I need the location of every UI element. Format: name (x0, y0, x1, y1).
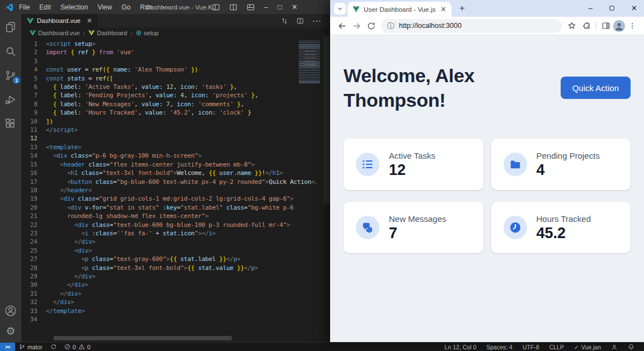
vertical-scrollbar[interactable] (323, 36, 330, 204)
window-close-button[interactable]: ✕ (292, 3, 298, 11)
git-branch-status[interactable]: mator (15, 344, 46, 350)
browser-tab-active[interactable]: User Dashboard - Vue.js ✕ (347, 2, 452, 17)
window-close-button[interactable]: ✕ (631, 4, 637, 12)
minimap[interactable] (297, 40, 322, 341)
indentation[interactable]: Spaces: 4 (481, 344, 518, 350)
open-changes-icon[interactable] (281, 17, 288, 25)
more-actions-icon[interactable]: ⋯ (312, 16, 321, 26)
window-maximize-button[interactable]: □ (278, 3, 282, 11)
remote-indicator[interactable]: >< (0, 343, 15, 351)
code-line[interactable]: 1<script setup> (21, 40, 316, 48)
code-area[interactable]: 1<script setup>2import { ref } from 'vue… (21, 40, 316, 334)
toggle-panel-icon[interactable] (229, 3, 237, 11)
code-line[interactable]: 3 (21, 57, 316, 65)
menu-selection[interactable]: Selection (60, 3, 88, 11)
quick-action-button[interactable]: Quick Action (561, 77, 631, 99)
code-line[interactable]: 24 </div> (21, 238, 316, 246)
code-line[interactable]: 20 <div v-for="stat in stats" :key="stat… (21, 203, 316, 212)
cursor-position[interactable]: Ln 12, Col 0 (440, 344, 482, 350)
code-line[interactable]: 17 <button class="bg-blue-600 text-white… (21, 178, 316, 186)
editor-tab-dashboard[interactable]: Dashboard.vue ✕ (21, 14, 98, 27)
code-line[interactable]: 25 <div> (21, 246, 316, 255)
breadcrumb-file[interactable]: Dashboard.vue (30, 30, 80, 36)
code-line[interactable]: 28 <p class="text-3xl font-bold">{{ stat… (21, 264, 316, 272)
account-icon[interactable] (4, 305, 17, 317)
eol-sequence[interactable]: CLLP (544, 344, 569, 350)
code-line[interactable]: 23 <i :class=''fas fa-' + stat.icon"></i… (21, 229, 316, 238)
settings-gear-icon[interactable]: ⚙ (6, 326, 15, 336)
tab-close-icon[interactable]: ✕ (440, 5, 446, 13)
code-line[interactable]: 31 </div> (21, 290, 316, 298)
code-text: </div> (46, 298, 74, 306)
code-line[interactable]: 5const stats = ref([ (21, 74, 316, 83)
split-editor-icon[interactable] (297, 17, 304, 25)
extensions-icon[interactable] (4, 117, 17, 130)
browser-menu-kebab-icon[interactable] (625, 18, 640, 33)
code-line[interactable]: 9 { label: 'Hours Tracked', value: '45.2… (21, 108, 316, 117)
run-debug-icon[interactable] (4, 93, 17, 106)
activity-bar: 1 ⚙ (0, 14, 21, 342)
code-text: const stats = ref([ (46, 74, 113, 83)
code-line[interactable]: 18 </header> (21, 186, 316, 195)
menu-edit[interactable]: Edit (39, 3, 51, 11)
breadcrumb-symbol[interactable]: setup (136, 30, 159, 36)
code-line[interactable]: 7 { label: 'Pending Projects', value: 4,… (21, 91, 316, 99)
address-bar[interactable]: ⓘ http://localhost:3000 (381, 19, 562, 33)
side-panel-icon[interactable] (599, 18, 613, 33)
language-mode[interactable]: ✓ Vue.jan (569, 344, 606, 350)
profile-avatar[interactable] (613, 20, 625, 32)
bell-icon[interactable] (623, 344, 640, 350)
code-line[interactable]: 15 <header class="flex items-center just… (21, 160, 316, 169)
window-minimize-button[interactable]: – (589, 4, 593, 12)
menu-file[interactable]: File (19, 3, 30, 11)
code-line[interactable]: 8 { label: 'New Messages', value: 7, ico… (21, 100, 316, 108)
code-line[interactable]: 11</script> (21, 126, 316, 134)
problems-status[interactable]: 0 0 (60, 344, 95, 350)
code-line[interactable]: 22 <div class="text-blue-600 bg-blue-100… (21, 221, 316, 229)
menu-go[interactable]: Go (121, 3, 130, 11)
window-maximize-button[interactable] (609, 5, 615, 11)
code-text: </div> (46, 281, 88, 289)
breadcrumb-component[interactable]: Dashboard (88, 30, 127, 36)
code-line[interactable]: 16 <h1 class="text-3xl font-bold">Welcom… (21, 169, 316, 177)
code-line[interactable]: 10]) (21, 117, 316, 126)
stat-label: Pending Projects (537, 151, 600, 160)
code-line[interactable]: 27 <p class="text-gray-600">{{ stat.labe… (21, 255, 316, 263)
code-line[interactable]: 19 <div class="grid grid-cols-1 md:grid-… (21, 195, 316, 203)
line-number: 14 (21, 151, 46, 160)
forward-icon[interactable] (349, 18, 364, 33)
source-control-icon[interactable]: 1 (4, 69, 17, 82)
customize-layout-icon[interactable] (247, 3, 255, 11)
encoding[interactable]: UTF-8 (518, 344, 544, 350)
window-minimize-button[interactable]: – (264, 3, 268, 11)
code-text: <p class="text-gray-600">{{ stat.label }… (46, 255, 241, 263)
new-tab-button[interactable]: + (456, 2, 468, 15)
back-icon[interactable] (335, 18, 349, 33)
extensions-puzzle-icon[interactable] (579, 18, 594, 33)
code-line[interactable]: 12 (21, 134, 316, 143)
feedback-icon[interactable] (606, 344, 623, 350)
code-line[interactable]: 32 </div> (21, 298, 316, 306)
code-line[interactable]: 4const user = ref({ name: 'Alex Thompson… (21, 65, 316, 74)
site-info-icon[interactable]: ⓘ (387, 22, 394, 30)
explorer-icon[interactable] (4, 21, 17, 34)
code-line[interactable]: 34 (21, 315, 316, 324)
reload-icon[interactable] (364, 18, 378, 33)
code-line[interactable]: 13<template> (21, 143, 316, 151)
window-title: Dashboard.vue - Vue.K... (146, 4, 218, 11)
toggle-sidebar-icon[interactable] (212, 3, 220, 11)
sync-status[interactable] (46, 344, 60, 350)
tab-close-icon[interactable]: ✕ (87, 17, 92, 25)
code-line[interactable]: 33</template> (21, 307, 316, 315)
search-icon[interactable] (4, 45, 17, 58)
menu-view[interactable]: View (97, 3, 112, 11)
horizontal-scrollbar[interactable] (54, 336, 232, 340)
code-line[interactable]: 29 </div> (21, 272, 316, 281)
code-line[interactable]: 14 <div class="p-6 bg-gray-100 min-h-scr… (21, 151, 316, 160)
tab-search-chevron-icon[interactable] (334, 3, 346, 15)
code-line[interactable]: 21 rounded-lg shadow-md flex items-cente… (21, 212, 316, 220)
code-line[interactable]: 30 </div> (21, 281, 316, 289)
code-line[interactable]: 6 { label: 'Active Tasks', value: 12, ic… (21, 83, 316, 91)
code-line[interactable]: 2import { ref } from 'vue' (21, 48, 316, 56)
bookmark-star-icon[interactable] (565, 18, 579, 33)
